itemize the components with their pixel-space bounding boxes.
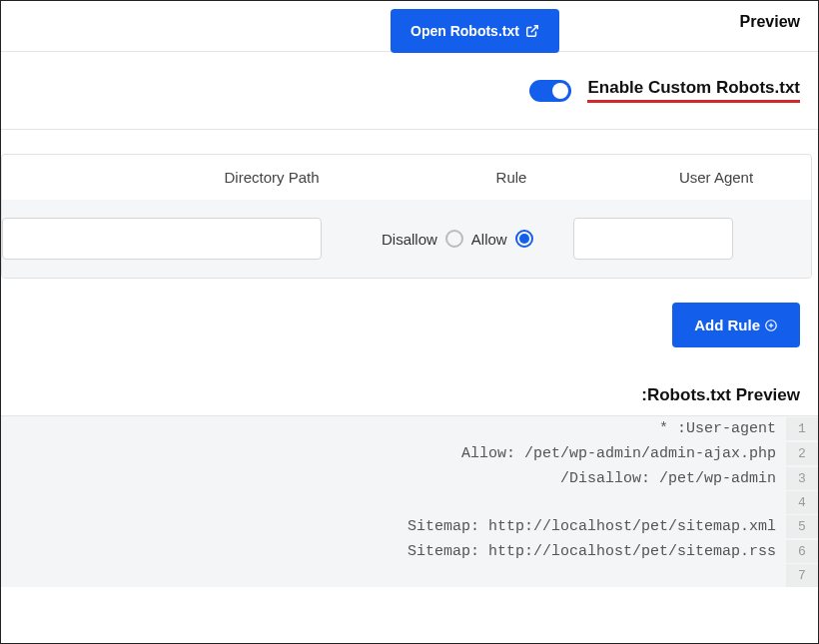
allow-radio[interactable]: [515, 230, 533, 248]
add-rule-row: Add Rule: [1, 279, 818, 379]
enable-toggle[interactable]: [529, 80, 571, 102]
allow-label: Allow: [471, 231, 507, 248]
add-rule-button[interactable]: Add Rule: [672, 303, 800, 347]
line-content: Allow: /pet/wp-admin/admin-ajax.php: [1, 441, 786, 466]
preview-link[interactable]: Preview: [740, 13, 800, 31]
disallow-radio[interactable]: [445, 230, 463, 248]
line-content: [1, 499, 786, 507]
top-bar: Open Robots.txt Preview: [1, 1, 818, 52]
code-line: 5Sitemap: http://localhost/pet/sitemap.x…: [1, 514, 818, 539]
open-robots-label: Open Robots.txt: [410, 23, 519, 39]
code-line: 1* :User-agent: [1, 416, 818, 441]
line-content: /Disallow: /pet/wp-admin: [1, 466, 786, 491]
line-number: 6: [786, 540, 818, 563]
header-rule: Rule: [372, 169, 651, 186]
line-number: 5: [786, 515, 818, 538]
rules-table: Directory Path Rule User Agent Disallow …: [1, 154, 812, 279]
svg-line-0: [531, 26, 537, 32]
line-number: 1: [786, 417, 818, 440]
rule-options: Disallow Allow: [382, 230, 533, 248]
code-line: 3/Disallow: /pet/wp-admin: [1, 466, 818, 491]
code-line: 6Sitemap: http://localhost/pet/sitemap.r…: [1, 539, 818, 564]
line-content: Sitemap: http://localhost/pet/sitemap.rs…: [1, 539, 786, 564]
enable-custom-robots-label: Enable Custom Robots.txt: [587, 78, 800, 103]
robots-preview-code: 1* :User-agent2Allow: /pet/wp-admin/admi…: [1, 415, 818, 587]
line-content: [1, 572, 786, 580]
directory-path-input[interactable]: [2, 218, 322, 260]
line-number: 4: [786, 491, 818, 514]
line-content: * :User-agent: [1, 416, 786, 441]
line-number: 7: [786, 564, 818, 587]
header-user-agent: User Agent: [651, 169, 781, 186]
user-agent-input[interactable]: [573, 218, 733, 260]
code-line: 7: [1, 564, 818, 587]
code-line: 4: [1, 491, 818, 514]
enable-row: Enable Custom Robots.txt: [1, 52, 818, 130]
add-rule-label: Add Rule: [694, 317, 760, 333]
rules-table-row: Disallow Allow: [2, 200, 811, 278]
line-number: 3: [786, 467, 818, 490]
header-directory-path: Directory Path: [32, 169, 372, 186]
rules-table-header: Directory Path Rule User Agent: [2, 155, 811, 200]
external-link-icon: [525, 24, 539, 38]
plus-circle-icon: [764, 319, 778, 332]
open-robots-button[interactable]: Open Robots.txt: [391, 9, 559, 53]
robots-preview-heading: :Robots.txt Preview: [1, 379, 818, 415]
line-content: Sitemap: http://localhost/pet/sitemap.xm…: [1, 514, 786, 539]
disallow-label: Disallow: [382, 231, 437, 248]
line-number: 2: [786, 442, 818, 465]
code-line: 2Allow: /pet/wp-admin/admin-ajax.php: [1, 441, 818, 466]
